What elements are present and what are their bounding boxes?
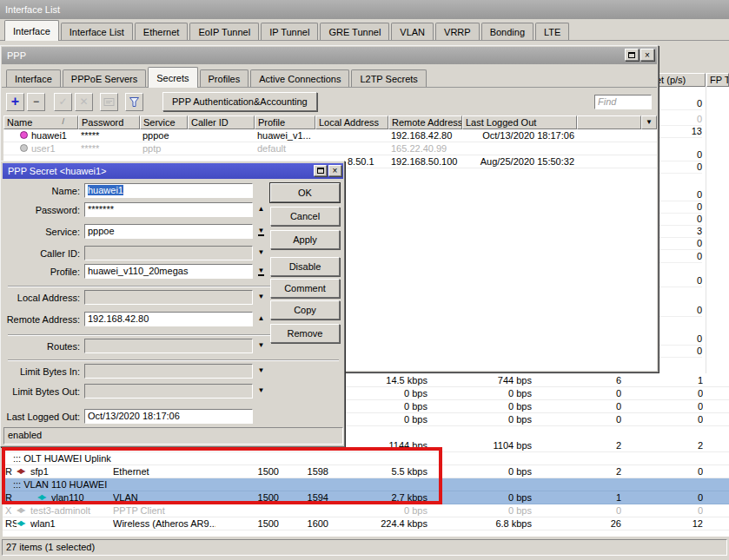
cell-service: pptp <box>142 142 188 155</box>
down-arrow-icon[interactable]: ▼ <box>255 384 267 399</box>
column-select-button[interactable]: ▼ <box>641 115 657 129</box>
ppp-tab-interface[interactable]: Interface <box>6 69 61 87</box>
add-icon[interactable]: + <box>6 93 24 111</box>
bg-cell-packet-ps: 0 <box>659 214 702 226</box>
tab-interface-list[interactable]: Interface List <box>61 23 133 40</box>
column-header-packet-ps[interactable]: et (p/s) <box>653 73 706 87</box>
password-field[interactable]: ******* <box>84 202 253 217</box>
column-header-password[interactable]: Password <box>78 115 140 129</box>
tab-ethernet[interactable]: Ethernet <box>135 23 189 40</box>
disable-button[interactable]: Disable <box>270 257 340 276</box>
column-header-last-logged-out[interactable]: Last Logged Out <box>462 115 577 129</box>
maximize-icon[interactable] <box>625 49 639 61</box>
interface-row-test3-adminolt[interactable]: X◀▶test3-adminoltPPTP Client0 bps0 bps00 <box>3 504 729 517</box>
column-header-fp-tx[interactable]: FP T <box>706 73 729 87</box>
cell-actual-mtu: 1500 <box>217 517 279 530</box>
bg-cell-packet-ps: 0 <box>659 201 702 214</box>
caller-id-field <box>84 246 253 260</box>
cancel-button[interactable]: Cancel <box>270 207 340 226</box>
cell-caller-id <box>190 129 255 142</box>
comment-button[interactable]: Comment <box>270 279 340 298</box>
column-header-service[interactable]: Service <box>140 115 188 129</box>
tab-lte[interactable]: LTE <box>535 23 569 40</box>
profile-field[interactable]: huawei_v110_20megas <box>84 264 253 279</box>
up-arrow-icon[interactable]: ▲ <box>255 202 267 217</box>
cell-tx: 224.4 kbps <box>335 517 427 530</box>
name-field[interactable]: huawei1 <box>84 183 253 198</box>
status-bar: 27 items (1 selected) <box>2 539 727 556</box>
ppp-tab-pppoe-servers[interactable]: PPPoE Servers <box>63 69 146 87</box>
cell-rx: 1104 bps <box>430 439 532 451</box>
cell-name: user1 <box>31 142 76 155</box>
column-header-remote-address[interactable]: Remote Address <box>388 115 462 129</box>
bg-cell-packet-ps: 0 <box>659 275 702 287</box>
combo-arrow-icon[interactable]: ▼ <box>255 264 267 279</box>
combo-arrow-icon[interactable]: ▼ <box>255 224 267 239</box>
limit-bytes-in-label: Limit Bytes In: <box>1 365 80 379</box>
limit-bytes-out-field <box>84 384 253 399</box>
remove-icon[interactable]: − <box>27 93 45 111</box>
tab-vrrp[interactable]: VRRP <box>435 23 480 40</box>
tab-gre-tunnel[interactable]: GRE Tunnel <box>320 23 389 40</box>
down-arrow-icon[interactable]: ▼ <box>255 339 267 353</box>
column-header-local-address[interactable]: Local Address <box>315 115 388 129</box>
dialog-title: PPP Secret <huawei1> <box>8 166 107 176</box>
bg-cell-packet-ps: 0 <box>659 251 702 263</box>
service-field[interactable]: pppoe <box>84 224 253 239</box>
secrets-row-user1[interactable]: user1*****pptpdefault165.22.40.99 <box>3 142 657 155</box>
tab-bonding[interactable]: Bonding <box>481 23 533 40</box>
ppp-tab-active-connections[interactable]: Active Connections <box>250 69 349 87</box>
ok-button[interactable]: OK <box>270 183 340 202</box>
bg-cell-packet-ps: 0 <box>659 149 702 161</box>
ppp-tab-profiles[interactable]: Profiles <box>200 69 249 87</box>
dialog-titlebar: PPP Secret <huawei1> × <box>3 163 343 179</box>
close-icon[interactable]: × <box>640 49 654 61</box>
cell-tx-pps: 26 <box>534 517 621 530</box>
interface-row-wlan1[interactable]: RS◀▶wlan1Wireless (Atheros AR9...1500160… <box>3 517 729 530</box>
dialog-maximize-icon[interactable] <box>314 165 327 176</box>
cell-rx-pps: 12 <box>621 517 703 530</box>
filter-icon[interactable] <box>125 93 143 111</box>
down-arrow-icon[interactable]: ▼ <box>255 246 267 260</box>
ppp-toolbar: +−✓✕ PPP Authentication&Accounting <box>2 89 657 114</box>
column-header-name[interactable]: Name/ <box>3 115 78 129</box>
column-header-empty[interactable] <box>577 115 641 129</box>
copy-button[interactable]: Copy <box>270 300 340 320</box>
ppp-tab-secrets[interactable]: Secrets <box>148 67 197 88</box>
dialog-close-icon[interactable]: × <box>328 165 341 176</box>
cell-last-logged-out: Aug/25/2020 15:50:32 <box>462 155 574 168</box>
remote-address-label: Remote Address: <box>1 313 80 326</box>
bg-cell-packet-ps: 0 <box>659 161 702 174</box>
tab-ip-tunnel[interactable]: IP Tunnel <box>261 23 318 40</box>
tab-eoip-tunnel[interactable]: EoIP Tunnel <box>189 23 259 40</box>
remove-button[interactable]: Remove <box>270 324 340 343</box>
apply-button[interactable]: Apply <box>270 230 340 249</box>
caller-id-label: Caller ID: <box>1 247 80 260</box>
status-text: 27 items (1 selected) <box>6 542 95 552</box>
bg-cell-packet-ps: 0 <box>659 114 702 126</box>
cell-rx: 0 bps <box>430 491 532 504</box>
up-arrow-icon[interactable]: ▲ <box>255 312 267 326</box>
down-arrow-icon[interactable]: ▼ <box>255 290 267 305</box>
cell-rx-pps: 0 <box>621 387 703 399</box>
cell-tx: 0 bps <box>335 504 427 517</box>
secrets-row-huawei1[interactable]: huawei1*****pppoehuawei_v1...192.168.42.… <box>3 129 657 142</box>
cell-tx: 0 bps <box>335 387 427 399</box>
tab-vlan[interactable]: VLAN <box>391 23 434 40</box>
tab-interface[interactable]: Interface <box>4 20 59 41</box>
annotation-red-box <box>2 447 442 504</box>
column-header-caller-id[interactable]: Caller ID <box>188 115 255 129</box>
cell-rx: 0 bps <box>430 387 532 399</box>
column-header-profile[interactable]: Profile <box>255 115 315 129</box>
remote-address-field[interactable]: 192.168.42.80 <box>84 312 253 326</box>
ppp-auth-accounting-button[interactable]: PPP Authentication&Accounting <box>162 92 317 111</box>
cell-service: pppoe <box>142 129 188 142</box>
find-input[interactable] <box>594 95 652 109</box>
cell-tx-pps: 1 <box>534 491 621 504</box>
limit-bytes-out-label: Limit Bytes Out: <box>1 385 80 399</box>
name-label: Name: <box>1 184 80 198</box>
last-logged-out-label: Last Logged Out: <box>1 410 80 424</box>
comment-icon <box>100 93 118 111</box>
ppp-tab-l2tp-secrets[interactable]: L2TP Secrets <box>351 69 426 87</box>
down-arrow-icon[interactable]: ▼ <box>255 364 267 379</box>
